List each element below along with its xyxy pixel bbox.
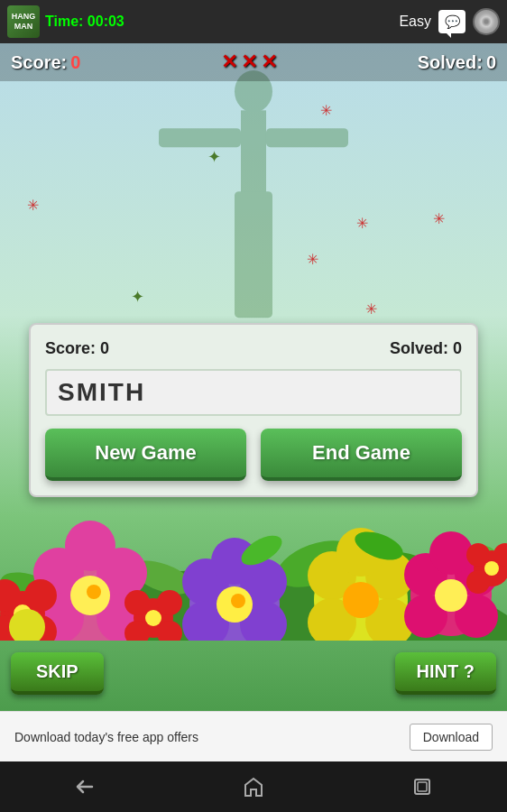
dialog-solved-label: Solved: 0 [390, 339, 462, 358]
svg-rect-1 [241, 110, 266, 194]
back-button[interactable] [70, 772, 99, 801]
svg-point-35 [231, 594, 245, 608]
lives-area: ✕ ✕ ✕ [221, 51, 277, 74]
download-button[interactable]: Download [410, 724, 493, 751]
nav-bar [0, 761, 507, 812]
deco-3: ✳ [27, 197, 39, 214]
timer-label: Time: 00:03 [45, 14, 124, 30]
deco-5: ✳ [307, 251, 318, 268]
svg-point-59 [466, 570, 490, 594]
svg-point-51 [124, 590, 150, 615]
svg-point-23 [24, 579, 57, 612]
buttons-row: New Game End Game [45, 429, 462, 481]
new-game-button[interactable]: New Game [45, 429, 246, 481]
ad-text: Download today's free app offers [14, 730, 198, 744]
word-input[interactable] [45, 369, 462, 416]
game-background: ✳ ✦ ✳ ✳ ✳ ✦ ✳ ✳ [0, 43, 507, 722]
svg-point-55 [145, 610, 161, 626]
game-dialog: Score: 0 Solved: 0 New Game End Game [29, 323, 478, 497]
app-icon-text: HANG MAN [12, 12, 36, 32]
skip-button[interactable]: SKIP [11, 652, 104, 695]
top-bar: HANG MAN Time: 00:03 Easy 💬 [0, 0, 507, 43]
top-left-area: HANG MAN Time: 00:03 [7, 5, 124, 38]
dialog-score-label: Score: 0 [45, 339, 109, 358]
score-label: Score: [11, 52, 67, 73]
end-game-button[interactable]: End Game [261, 429, 462, 481]
svg-point-60 [484, 561, 499, 576]
difficulty-label: Easy [399, 14, 431, 30]
svg-point-49 [435, 579, 467, 612]
life-1: ✕ [221, 51, 237, 74]
deco-7: ✳ [365, 300, 377, 318]
life-2: ✕ [241, 51, 257, 74]
app-icon[interactable]: HANG MAN [7, 5, 40, 38]
deco-6: ✦ [131, 287, 144, 307]
solved-value: 0 [486, 52, 496, 73]
svg-point-46 [429, 531, 473, 575]
svg-rect-2 [159, 128, 241, 147]
chat-icon-symbol: 💬 [445, 14, 460, 29]
deco-8: ✳ [356, 215, 368, 232]
home-button[interactable] [239, 772, 268, 801]
ad-banner: Download today's free app offers Downloa… [0, 711, 507, 761]
deco-1: ✳ [320, 102, 332, 119]
score-bar: Score: 0 ✕ ✕ ✕ Solved: 0 [0, 43, 507, 81]
score-value: 0 [70, 52, 80, 73]
recent-apps-icon [408, 772, 437, 801]
solved-label: Solved: [418, 52, 483, 73]
dialog-score-row: Score: 0 Solved: 0 [45, 339, 462, 358]
svg-rect-64 [418, 782, 427, 791]
svg-point-16 [65, 521, 115, 571]
deco-4: ✳ [433, 210, 445, 227]
recent-apps-button[interactable] [408, 772, 437, 801]
chat-icon[interactable]: 💬 [438, 10, 466, 33]
svg-point-42 [343, 582, 379, 618]
top-right-area: Easy 💬 [399, 8, 500, 35]
back-icon [70, 772, 99, 801]
svg-rect-4 [235, 191, 272, 318]
home-icon [239, 772, 268, 801]
hint-button[interactable]: HINT ? [395, 652, 496, 695]
svg-point-57 [466, 543, 490, 567]
deco-2: ✦ [207, 147, 221, 167]
life-3: ✕ [261, 51, 277, 74]
svg-point-20 [87, 585, 101, 599]
svg-rect-3 [266, 128, 348, 147]
cd-icon[interactable] [473, 8, 500, 35]
svg-point-52 [157, 590, 182, 615]
